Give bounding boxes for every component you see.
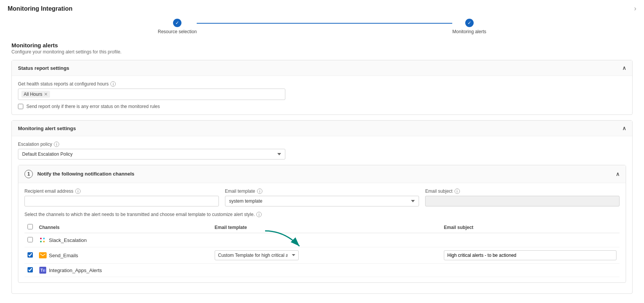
step-1-label: Resource selection bbox=[158, 29, 197, 34]
svg-rect-2 bbox=[40, 241, 42, 242]
section-main-title: Monitoring alerts bbox=[11, 42, 633, 48]
col-header-checkbox bbox=[24, 222, 36, 233]
svg-rect-1 bbox=[43, 238, 45, 239]
col-header-email-subject: Email subject bbox=[441, 222, 620, 233]
stepper: ✓ Resource selection ✓ Monitoring alerts bbox=[0, 13, 644, 38]
email-subject-top-field: Email subject i bbox=[425, 189, 620, 206]
email-template-select[interactable]: system template bbox=[225, 196, 419, 206]
slack-channel-name: Slack_Escalation bbox=[39, 236, 209, 244]
step-2: ✓ Monitoring alerts bbox=[452, 19, 486, 34]
page-title: Monitoring Integration bbox=[8, 5, 73, 12]
email-subject-label: Email subject i bbox=[425, 189, 620, 194]
svg-rect-3 bbox=[43, 241, 45, 242]
chevron-right-icon: › bbox=[634, 5, 636, 13]
alert-settings-body: Escalation policy i Default Escalation P… bbox=[12, 136, 632, 293]
status-report-body: Get health status reports at configured … bbox=[12, 76, 632, 114]
tag-close-icon[interactable]: ✕ bbox=[44, 92, 48, 97]
teams-channel-name: T t Integration_Apps_Alerts bbox=[39, 267, 209, 274]
hours-tag-input[interactable]: All Hours ✕ bbox=[18, 89, 285, 100]
svg-text:T: T bbox=[40, 268, 43, 272]
slack-template-cell bbox=[212, 233, 441, 247]
email-name-text: Send_Emails bbox=[49, 253, 78, 258]
escalation-select[interactable]: Default Escalation Policy bbox=[18, 149, 285, 160]
email-subject-input-top[interactable] bbox=[425, 196, 620, 206]
escalation-label: Escalation policy i bbox=[18, 142, 626, 147]
notification-number: 1 bbox=[24, 170, 33, 178]
step-2-circle: ✓ bbox=[465, 19, 474, 27]
table-row: T t Integration_Apps_Alerts bbox=[24, 264, 620, 277]
status-report-card: Status report settings ∧ Get health stat… bbox=[11, 60, 633, 115]
email-checkbox[interactable] bbox=[28, 252, 33, 258]
error-only-checkbox-row: Send report only if there is any error s… bbox=[18, 104, 626, 109]
slack-checkbox-cell bbox=[24, 233, 36, 247]
teams-name-text: Integration_Apps_Alerts bbox=[49, 268, 102, 273]
recipient-field: Recipient email address i bbox=[24, 189, 219, 206]
teams-subject-cell bbox=[441, 264, 620, 277]
email-checkbox-cell bbox=[24, 247, 36, 264]
step-1: ✓ Resource selection bbox=[158, 19, 197, 34]
teams-icon: T t bbox=[39, 267, 47, 274]
table-row: Slack_Escalation bbox=[24, 233, 620, 247]
slack-subject-cell bbox=[441, 233, 620, 247]
step-connector bbox=[197, 23, 452, 24]
email-icon bbox=[39, 252, 47, 258]
email-subject-cell bbox=[441, 247, 620, 264]
teams-template-cell bbox=[212, 264, 441, 277]
col-header-channels: Channels bbox=[36, 222, 212, 233]
notification-body: Recipient email address i Email template… bbox=[18, 183, 626, 282]
teams-checkbox[interactable] bbox=[28, 267, 33, 272]
channel-info-icon[interactable]: i bbox=[256, 212, 262, 217]
col-header-email-template: Email template bbox=[212, 222, 441, 233]
slack-checkbox[interactable] bbox=[28, 237, 33, 242]
table-row: Send_Emails bbox=[24, 247, 620, 264]
email-template-cell: Custom Template for high critical ale... bbox=[212, 247, 441, 264]
all-hours-tag: All Hours ✕ bbox=[21, 91, 50, 98]
notification-top-fields: Recipient email address i Email template… bbox=[24, 189, 620, 206]
email-template-label: Email template i bbox=[225, 189, 419, 194]
notification-header[interactable]: 1 Notify the following notification chan… bbox=[18, 165, 626, 183]
status-report-title: Status report settings bbox=[18, 65, 69, 71]
email-template-top-field: Email template i system template bbox=[225, 189, 419, 206]
slack-name-text: Slack_Escalation bbox=[49, 237, 87, 243]
teal-arrow-icon bbox=[261, 229, 303, 252]
status-report-header[interactable]: Status report settings ∧ bbox=[12, 60, 632, 76]
slack-icon bbox=[39, 236, 47, 244]
status-report-collapse-icon: ∧ bbox=[622, 65, 626, 71]
notification-title: Notify the following notification channe… bbox=[37, 171, 134, 177]
svg-rect-0 bbox=[40, 238, 42, 239]
error-only-checkbox[interactable] bbox=[18, 104, 23, 109]
email-name-cell: Send_Emails bbox=[36, 247, 212, 264]
channel-info-text: Select the channels to which the alert n… bbox=[24, 212, 620, 217]
email-subject-info-icon[interactable]: i bbox=[455, 189, 460, 194]
step-1-circle: ✓ bbox=[173, 19, 181, 27]
alert-settings-header[interactable]: Monitoring alert settings ∧ bbox=[12, 121, 632, 136]
alert-settings-card: Monitoring alert settings ∧ Escalation p… bbox=[11, 120, 633, 294]
hours-info-icon[interactable]: i bbox=[110, 81, 116, 87]
alert-settings-title: Monitoring alert settings bbox=[18, 126, 76, 131]
teams-name-cell: T t Integration_Apps_Alerts bbox=[36, 264, 212, 277]
svg-rect-4 bbox=[40, 253, 46, 258]
section-main-subtitle: Configure your monitoring alert settings… bbox=[11, 49, 633, 55]
slack-name-cell: Slack_Escalation bbox=[36, 233, 212, 247]
notification-collapse-icon: ∧ bbox=[616, 171, 620, 177]
escalation-info-icon[interactable]: i bbox=[54, 142, 59, 147]
step-2-label: Monitoring alerts bbox=[452, 29, 486, 34]
notification-header-left: 1 Notify the following notification chan… bbox=[24, 170, 134, 178]
hours-field-label: Get health status reports at configured … bbox=[18, 81, 626, 87]
teams-checkbox-cell bbox=[24, 264, 36, 277]
select-all-checkbox[interactable] bbox=[28, 224, 33, 229]
recipient-label: Recipient email address i bbox=[24, 189, 219, 194]
email-subject-field[interactable] bbox=[444, 250, 616, 260]
recipient-input[interactable] bbox=[24, 196, 219, 206]
email-channel-name: Send_Emails bbox=[39, 252, 209, 258]
email-template-info-icon[interactable]: i bbox=[257, 189, 262, 194]
notification-card: 1 Notify the following notification chan… bbox=[18, 165, 626, 283]
recipient-info-icon[interactable]: i bbox=[75, 189, 81, 194]
error-only-label: Send report only if there is any error s… bbox=[26, 104, 160, 109]
channels-table: Channels Email template Email subject bbox=[24, 222, 620, 277]
alert-settings-collapse-icon: ∧ bbox=[622, 125, 626, 131]
